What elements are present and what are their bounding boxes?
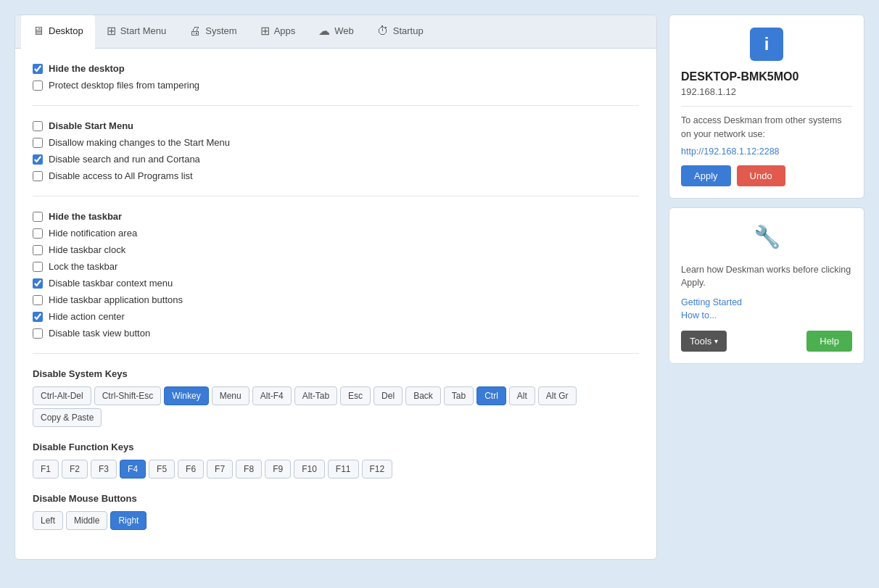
function-key-f7[interactable]: F7	[207, 460, 233, 479]
disallow-changes-label[interactable]: Disallow making changes to the Start Men…	[49, 137, 230, 148]
hide-taskbar-checkbox[interactable]	[33, 212, 43, 222]
tab-apps[interactable]: ⊞ Apps	[249, 15, 308, 49]
checkbox-lock-taskbar: Lock the taskbar	[33, 261, 639, 272]
system-key-alt-tab[interactable]: Alt-Tab	[294, 386, 337, 405]
machine-ip: 192.168.1.12	[681, 86, 852, 97]
hide-action-center-checkbox[interactable]	[33, 312, 43, 322]
system-key-alt-f4[interactable]: Alt-F4	[252, 386, 292, 405]
section-taskbar: Hide the taskbar Hide notification area …	[33, 211, 639, 354]
protect-files-label[interactable]: Protect desktop files from tampering	[49, 80, 199, 91]
section-system-keys: Disable System Keys Ctrl-Alt-DelCtrl-Shi…	[33, 368, 639, 427]
checkbox-disable-context-menu: Disable taskbar context menu	[33, 278, 639, 289]
system-key-ctrl-shift-esc[interactable]: Ctrl-Shift-Esc	[94, 386, 162, 405]
hide-clock-checkbox[interactable]	[33, 245, 43, 255]
section-function-keys: Disable Function Keys F1F2F3F4F5F6F7F8F9…	[33, 442, 639, 479]
protect-files-checkbox[interactable]	[33, 80, 43, 91]
hide-notification-label[interactable]: Hide notification area	[49, 228, 137, 239]
function-key-f1[interactable]: F1	[33, 460, 59, 479]
hide-app-buttons-checkbox[interactable]	[33, 295, 43, 305]
checkbox-hide-notification: Hide notification area	[33, 228, 639, 239]
function-key-f3[interactable]: F3	[91, 460, 117, 479]
disable-all-programs-checkbox[interactable]	[33, 171, 43, 181]
function-key-f10[interactable]: F10	[294, 460, 325, 479]
system-key-ctrl[interactable]: Ctrl	[476, 386, 506, 405]
hide-clock-label[interactable]: Hide taskbar clock	[49, 244, 125, 255]
system-key-esc[interactable]: Esc	[340, 386, 371, 405]
wrench-icon: 🔧	[750, 220, 783, 254]
disable-start-menu-label[interactable]: Disable Start Menu	[49, 120, 133, 131]
hide-action-center-label[interactable]: Hide action center	[49, 311, 125, 322]
content-area: Hide the desktop Protect desktop files f…	[15, 49, 656, 559]
disable-context-menu-label[interactable]: Disable taskbar context menu	[49, 278, 173, 289]
section-desktop-files: Hide the desktop Protect desktop files f…	[33, 63, 639, 106]
checkbox-hide-desktop: Hide the desktop	[33, 63, 639, 74]
chevron-down-icon: ▾	[714, 337, 718, 345]
hide-desktop-checkbox[interactable]	[33, 64, 43, 74]
info-card: i DESKTOP-BMK5MO0 192.168.1.12 To access…	[669, 15, 864, 199]
system-key-back[interactable]: Back	[405, 386, 441, 405]
tab-startup[interactable]: ⏱ Startup	[366, 15, 435, 49]
help-button[interactable]: Help	[806, 331, 852, 352]
system-key-alt-gr[interactable]: Alt Gr	[538, 386, 577, 405]
disable-search-checkbox[interactable]	[33, 154, 43, 165]
checkbox-disable-task-view: Disable task view button	[33, 328, 639, 339]
disallow-changes-checkbox[interactable]	[33, 138, 43, 148]
function-key-f2[interactable]: F2	[62, 460, 88, 479]
hide-notification-checkbox[interactable]	[33, 228, 43, 239]
disable-all-programs-label[interactable]: Disable access to All Programs list	[49, 170, 193, 181]
system-key-alt[interactable]: Alt	[509, 386, 535, 405]
hide-taskbar-label[interactable]: Hide the taskbar	[49, 211, 122, 222]
help-card-icon: 🔧	[749, 220, 784, 254]
mouse-buttons-title: Disable Mouse Buttons	[33, 493, 639, 504]
tab-web[interactable]: ☁ Web	[307, 15, 366, 49]
apps-icon: ⊞	[260, 24, 270, 38]
function-key-f6[interactable]: F6	[178, 460, 204, 479]
disable-context-menu-checkbox[interactable]	[33, 278, 43, 289]
system-key-menu[interactable]: Menu	[212, 386, 249, 405]
tools-button[interactable]: Tools ▾	[681, 331, 727, 352]
mouse-button-right[interactable]: Right	[110, 511, 146, 530]
checkbox-protect-files: Protect desktop files from tampering	[33, 80, 639, 91]
mouse-buttons-buttons: LeftMiddleRight	[33, 511, 639, 530]
function-key-f8[interactable]: F8	[236, 460, 262, 479]
getting-started-link[interactable]: Getting Started	[681, 297, 852, 307]
disable-task-view-checkbox[interactable]	[33, 328, 43, 339]
checkbox-disable-search: Disable search and run and Cortana	[33, 154, 639, 165]
system-key-del[interactable]: Del	[374, 386, 403, 405]
function-key-f11[interactable]: F11	[328, 460, 359, 479]
lock-taskbar-label[interactable]: Lock the taskbar	[49, 261, 117, 272]
hide-desktop-label[interactable]: Hide the desktop	[49, 63, 125, 74]
machine-name: DESKTOP-BMK5MO0	[681, 70, 852, 83]
section-mouse-buttons: Disable Mouse Buttons LeftMiddleRight	[33, 493, 639, 530]
system-key-copy---paste[interactable]: Copy & Paste	[33, 408, 102, 427]
action-buttons: Apply Undo	[681, 165, 852, 186]
help-text: Learn how Deskman works before clicking …	[681, 263, 852, 291]
system-keys-buttons: Ctrl-Alt-DelCtrl-Shift-EscWinkeyMenuAlt-…	[33, 386, 639, 427]
undo-button[interactable]: Undo	[737, 165, 785, 186]
access-link[interactable]: http://192.168.1.12:2288	[681, 146, 780, 157]
tab-desktop[interactable]: 🖥 Desktop	[21, 15, 95, 49]
function-key-f12[interactable]: F12	[362, 460, 393, 479]
info-card-icon: i	[749, 27, 784, 62]
function-key-f9[interactable]: F9	[265, 460, 291, 479]
system-key-winkey[interactable]: Winkey	[164, 386, 208, 405]
system-key-tab[interactable]: Tab	[444, 386, 474, 405]
how-to-link[interactable]: How to...	[681, 310, 852, 320]
function-key-f4[interactable]: F4	[120, 460, 146, 479]
disable-start-menu-checkbox[interactable]	[33, 121, 43, 131]
hide-app-buttons-label[interactable]: Hide taskbar application buttons	[49, 294, 183, 305]
disable-search-label[interactable]: Disable search and run and Cortana	[49, 154, 200, 165]
mouse-button-middle[interactable]: Middle	[66, 511, 107, 530]
disable-task-view-label[interactable]: Disable task view button	[49, 328, 150, 339]
checkbox-hide-taskbar: Hide the taskbar	[33, 211, 639, 222]
apply-button[interactable]: Apply	[681, 165, 731, 186]
mouse-button-left[interactable]: Left	[33, 511, 63, 530]
system-key-ctrl-alt-del[interactable]: Ctrl-Alt-Del	[33, 386, 91, 405]
lock-taskbar-checkbox[interactable]	[33, 262, 43, 272]
tab-system[interactable]: 🖨 System	[178, 15, 248, 49]
tab-start-menu[interactable]: ⊞ Start Menu	[95, 15, 178, 49]
startup-icon: ⏱	[377, 25, 389, 38]
system-keys-title: Disable System Keys	[33, 368, 639, 379]
function-key-f5[interactable]: F5	[149, 460, 175, 479]
checkbox-disallow-changes: Disallow making changes to the Start Men…	[33, 137, 639, 148]
